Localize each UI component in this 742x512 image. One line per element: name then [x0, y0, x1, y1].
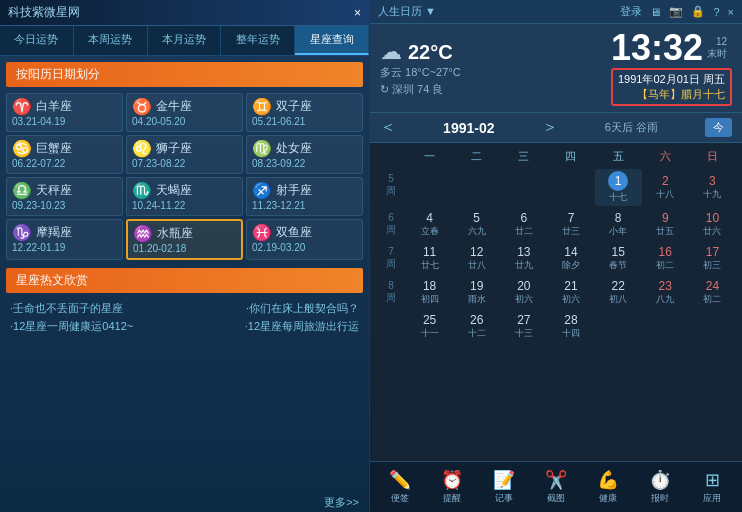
- cal-cell-2[interactable]: 2 十八: [642, 169, 689, 206]
- gemini-symbol: ♊: [252, 99, 272, 115]
- tool-memo[interactable]: 📝 记事: [480, 466, 528, 508]
- lunar-13: 廿九: [515, 259, 533, 272]
- app-title[interactable]: 人生日历 ▼: [378, 4, 436, 19]
- clock-time: 13:32: [611, 30, 703, 66]
- cal-cell-15[interactable]: 15 春节: [595, 242, 642, 274]
- day-2: 2: [662, 174, 669, 188]
- scorpio-date: 10.24-11.22: [132, 200, 185, 211]
- cancer-name: 巨蟹座: [36, 140, 72, 157]
- tab-monthly[interactable]: 本月运势: [148, 26, 222, 55]
- more-link[interactable]: 更多>>: [0, 493, 369, 512]
- link-1-right[interactable]: ·你们在床上般契合吗？: [246, 301, 359, 316]
- tool-apps[interactable]: ⊞ 应用: [688, 466, 736, 508]
- zodiac-taurus[interactable]: ♉ 金牛座 04.20-05.20: [126, 93, 243, 132]
- cal-cell-12[interactable]: 12 廿八: [453, 242, 500, 274]
- temperature: 22°C: [408, 41, 453, 64]
- tool-reminder[interactable]: ⏰ 提醒: [428, 466, 476, 508]
- zodiac-pisces[interactable]: ♓ 双鱼座 02.19-03.20: [246, 219, 363, 260]
- lunar-12: 廿八: [468, 259, 486, 272]
- cal-cell-19[interactable]: 19 雨水: [453, 276, 500, 308]
- tab-yearly[interactable]: 整年运势: [221, 26, 295, 55]
- nav-tabs: 今日运势 本周运势 本月运势 整年运势 星座查询: [0, 26, 369, 56]
- zodiac-capricorn[interactable]: ♑ 摩羯座 12.22-01.19: [6, 219, 123, 260]
- cal-cell-18[interactable]: 18 初四: [406, 276, 453, 308]
- zodiac-leo[interactable]: ♌ 狮子座 07.23-08.22: [126, 135, 243, 174]
- cal-cell-27[interactable]: 27 十三: [500, 310, 547, 342]
- zodiac-virgo[interactable]: ♍ 处女座 08.23-09.22: [246, 135, 363, 174]
- pisces-symbol: ♓: [252, 225, 272, 241]
- cal-cell-23[interactable]: 23 八九: [642, 276, 689, 308]
- lunar-23: 八九: [656, 293, 674, 306]
- login-button[interactable]: 登录: [620, 4, 642, 19]
- left-title: 科技紫微星网: [8, 4, 80, 21]
- next-month-button[interactable]: ＞: [542, 117, 558, 138]
- cal-cell-24[interactable]: 24 初二: [689, 276, 736, 308]
- lunar-11: 廿七: [421, 259, 439, 272]
- cal-cell-22[interactable]: 22 初八: [595, 276, 642, 308]
- link-2-right[interactable]: ·12星座每周旅游出行运: [245, 319, 359, 334]
- camera-icon[interactable]: 📷: [669, 5, 683, 18]
- close-icon[interactable]: ×: [728, 6, 734, 18]
- cal-cell-25[interactable]: 25 十一: [406, 310, 453, 342]
- cal-cell-26[interactable]: 26 十二: [453, 310, 500, 342]
- cal-cell-7[interactable]: 7 廿三: [547, 208, 594, 240]
- close-button[interactable]: ×: [354, 6, 361, 20]
- cal-cell-8[interactable]: 8 小年: [595, 208, 642, 240]
- link-2-left[interactable]: ·12星座一周健康运0412~: [10, 319, 133, 334]
- calendar-grid: 一 二 三 四 五 六 日 5周 1 十七 2 十八 3 十九: [370, 143, 742, 461]
- tab-weekly[interactable]: 本周运势: [74, 26, 148, 55]
- leo-name: 狮子座: [156, 140, 192, 157]
- tool-notes[interactable]: ✏️ 便签: [376, 466, 424, 508]
- zodiac-sagittarius[interactable]: ♐ 射手座 11.23-12.21: [246, 177, 363, 216]
- cal-cell-4[interactable]: 4 立春: [406, 208, 453, 240]
- cal-cell-17[interactable]: 17 初三: [689, 242, 736, 274]
- aquarius-date: 01.20-02.18: [133, 243, 186, 254]
- cal-cell-20[interactable]: 20 初六: [500, 276, 547, 308]
- tab-daily[interactable]: 今日运势: [0, 26, 74, 55]
- top-bar: 人生日历 ▼ 登录 🖥 📷 🔒 ? ×: [370, 0, 742, 24]
- zodiac-libra[interactable]: ♎ 天秤座 09.23-10.23: [6, 177, 123, 216]
- zodiac-scorpio[interactable]: ♏ 天蝎座 10.24-11.22: [126, 177, 243, 216]
- tool-health[interactable]: 💪 健康: [584, 466, 632, 508]
- tab-zodiac[interactable]: 星座查询: [295, 26, 369, 55]
- cal-cell-6[interactable]: 6 廿二: [500, 208, 547, 240]
- cal-cell-28[interactable]: 28 十四: [547, 310, 594, 342]
- reminder-icon: ⏰: [441, 469, 463, 491]
- cal-cell-3[interactable]: 3 十九: [689, 169, 736, 206]
- lock-icon[interactable]: 🔒: [691, 5, 705, 18]
- top-bar-icons: 登录 🖥 📷 🔒 ? ×: [620, 4, 734, 19]
- lunar-6: 廿二: [515, 225, 533, 238]
- cal-cell-13[interactable]: 13 廿九: [500, 242, 547, 274]
- day-24: 24: [706, 279, 719, 293]
- taurus-symbol: ♉: [132, 99, 152, 115]
- weather-icon-temp: ☁ 22°C: [380, 39, 461, 65]
- help-icon[interactable]: ?: [713, 6, 719, 18]
- tool-chime[interactable]: ⏱️ 报时: [636, 466, 684, 508]
- calendar-header: 一 二 三 四 五 六 日: [376, 147, 736, 166]
- prev-month-button[interactable]: ＜: [380, 117, 396, 138]
- zodiac-gemini[interactable]: ♊ 双子座 05.21-06.21: [246, 93, 363, 132]
- cal-cell-21[interactable]: 21 初六: [547, 276, 594, 308]
- day-8: 8: [615, 211, 622, 225]
- link-1-left[interactable]: ·壬命也不丢面子的星座: [10, 301, 123, 316]
- cal-cell-16[interactable]: 16 初二: [642, 242, 689, 274]
- zodiac-cancer[interactable]: ♋ 巨蟹座 06.22-07.22: [6, 135, 123, 174]
- day-17: 17: [706, 245, 719, 259]
- zodiac-aquarius[interactable]: ♒ 水瓶座 01.20-02.18: [126, 219, 243, 260]
- tool-screenshot[interactable]: ✂️ 截图: [532, 466, 580, 508]
- cal-cell-10[interactable]: 10 廿六: [689, 208, 736, 240]
- monitor-icon[interactable]: 🖥: [650, 6, 661, 18]
- zodiac-aries[interactable]: ♈ 白羊座 03.21-04.19: [6, 93, 123, 132]
- today-button[interactable]: 今: [705, 118, 732, 137]
- cal-cell-5[interactable]: 5 六九: [453, 208, 500, 240]
- cal-cell-1[interactable]: 1 十七: [595, 169, 642, 206]
- cal-cell-9[interactable]: 9 廿五: [642, 208, 689, 240]
- day-28: 28: [564, 313, 577, 327]
- cal-week-8: 8周 18 初四 19 雨水 20 初六 21 初六 22 初八 23: [376, 276, 736, 308]
- date-highlight: 1991年02月01日 周五 【马年】腊月十七: [611, 68, 732, 106]
- cal-cell-14[interactable]: 14 除夕: [547, 242, 594, 274]
- cal-cell-11[interactable]: 11 廿七: [406, 242, 453, 274]
- sagittarius-symbol: ♐: [252, 183, 272, 199]
- lunar-5: 六九: [468, 225, 486, 238]
- cal-cell-empty-end3: [689, 310, 736, 342]
